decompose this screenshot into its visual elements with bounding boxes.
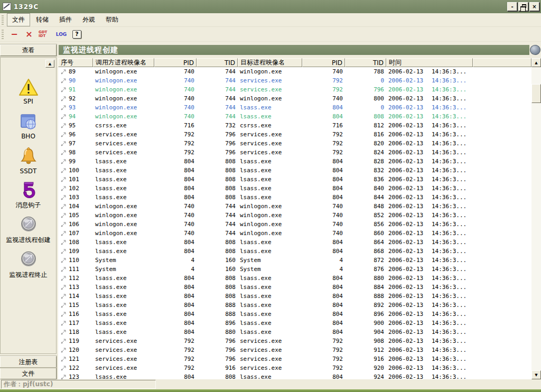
event-time: 14:36:3... bbox=[432, 338, 467, 344]
caller-pid: 804 bbox=[154, 302, 197, 309]
scroll-up-button[interactable]: ▲ bbox=[531, 58, 541, 67]
minimize-button[interactable]: - bbox=[507, 2, 517, 11]
caller-tid: 888 bbox=[197, 311, 238, 318]
table-row[interactable]: 100 lsass.exe 804 808 lsass.exe 804 832 … bbox=[58, 166, 531, 175]
gdt-idt-tool-icon[interactable]: GDT IDT bbox=[39, 31, 50, 38]
table-row[interactable]: 99 lsass.exe 804 808 lsass.exe 804 828 2… bbox=[58, 157, 531, 166]
caller-pid: 740 bbox=[154, 86, 197, 93]
toolbar-grip[interactable] bbox=[2, 30, 4, 39]
caller-tid: 808 bbox=[197, 248, 238, 255]
table-row[interactable]: 89 winlogon.exe 740 744 winlogon.exe 740… bbox=[58, 67, 531, 76]
menubar-grip[interactable] bbox=[2, 15, 4, 25]
table-row[interactable]: 119 services.exe 792 796 services.exe 79… bbox=[58, 337, 531, 346]
target-tid: 864 bbox=[345, 239, 386, 246]
scrollbar-thumb[interactable] bbox=[531, 84, 541, 103]
event-date: 2006-02-13 bbox=[388, 122, 432, 129]
help-tool-icon[interactable]: ? bbox=[72, 30, 81, 39]
caller-tid: 796 bbox=[197, 356, 238, 362]
target-process-name: winlogon.exe bbox=[238, 230, 302, 237]
caller-tid: 796 bbox=[197, 149, 238, 156]
table-row[interactable]: 115 lsass.exe 804 888 lsass.exe 804 892 … bbox=[58, 301, 531, 310]
table-row[interactable]: 109 lsass.exe 804 808 lsass.exe 804 868 … bbox=[58, 247, 531, 256]
sidebar-item-monitor-process-terminate[interactable]: 监视进程终止 bbox=[1, 246, 56, 279]
sidebar-file-button[interactable]: 文件 bbox=[0, 368, 57, 379]
menu-dump[interactable]: 转储 bbox=[31, 14, 53, 26]
sidebar-item-ssdt[interactable]: SSDT bbox=[1, 141, 56, 175]
menu-plugins[interactable]: 插件 bbox=[54, 14, 77, 26]
sidebar-item-spi[interactable]: SPI bbox=[1, 71, 56, 105]
table-row[interactable]: 117 lsass.exe 804 896 lsass.exe 804 900 … bbox=[58, 319, 531, 328]
target-process-name: lsass.exe bbox=[238, 320, 302, 326]
table-row[interactable]: 121 services.exe 792 796 services.exe 79… bbox=[58, 354, 531, 363]
column-header-tid2[interactable]: TID bbox=[345, 58, 386, 67]
column-header-pid2[interactable]: PID bbox=[302, 58, 345, 67]
column-header-target[interactable]: 目标进程映像名 bbox=[238, 58, 302, 67]
caller-tid: 732 bbox=[197, 122, 238, 129]
column-header-index[interactable]: 序号 bbox=[58, 58, 93, 67]
restore-button[interactable] bbox=[518, 2, 528, 11]
target-pid: 740 bbox=[302, 212, 345, 219]
scroll-down-button[interactable]: ▼ bbox=[531, 370, 541, 379]
table-row[interactable]: 112 lsass.exe 804 808 lsass.exe 804 880 … bbox=[58, 274, 531, 283]
table-row[interactable]: 118 lsass.exe 804 880 lsass.exe 804 904 … bbox=[58, 328, 531, 337]
table-row[interactable]: 97 services.exe 792 796 services.exe 792… bbox=[58, 139, 531, 148]
table-row[interactable]: 113 lsass.exe 804 808 lsass.exe 804 884 … bbox=[58, 283, 531, 292]
table-row[interactable]: 114 lsass.exe 804 808 lsass.exe 804 888 … bbox=[58, 292, 531, 301]
delete-tool-icon[interactable]: × bbox=[24, 29, 34, 39]
remove-tool-icon[interactable]: − bbox=[9, 29, 20, 39]
event-date: 2006-02-13 bbox=[388, 212, 432, 219]
event-date: 2006-02-13 bbox=[388, 140, 432, 147]
table-row[interactable]: 94 winlogon.exe 740 744 lsass.exe 804 80… bbox=[58, 112, 531, 121]
caller-process-name: lsass.exe bbox=[93, 176, 154, 183]
caller-process-name: lsass.exe bbox=[93, 320, 154, 326]
table-row[interactable]: 104 winlogon.exe 740 744 winlogon.exe 74… bbox=[58, 202, 531, 211]
menu-appearance[interactable]: 外观 bbox=[78, 14, 100, 26]
table-row[interactable]: 103 lsass.exe 804 808 lsass.exe 804 844 … bbox=[58, 193, 531, 202]
close-button[interactable]: × bbox=[529, 2, 539, 11]
log-tool-icon[interactable]: LOG bbox=[54, 32, 68, 37]
table-row[interactable]: 96 services.exe 792 796 services.exe 792… bbox=[58, 130, 531, 139]
table-row[interactable]: 101 lsass.exe 804 808 lsass.exe 804 836 … bbox=[58, 175, 531, 184]
target-tid: 908 bbox=[345, 338, 386, 344]
table-row[interactable]: 98 services.exe 792 796 services.exe 792… bbox=[58, 148, 531, 157]
target-pid: 740 bbox=[302, 95, 345, 102]
row-index: 90 bbox=[69, 77, 76, 84]
sidebar-registry-button[interactable]: 注册表 bbox=[0, 356, 57, 368]
column-header-caller[interactable]: 调用方进程映像名 bbox=[93, 58, 154, 67]
table-row[interactable]: 110 System 4 160 System 4 872 2006-02-13… bbox=[58, 256, 531, 265]
target-tid: 896 bbox=[345, 311, 386, 318]
table-row[interactable]: 116 lsass.exe 804 888 lsass.exe 804 896 … bbox=[58, 310, 531, 319]
table-row[interactable]: 122 services.exe 792 916 services.exe 79… bbox=[58, 363, 531, 372]
event-time: 14:36:3... bbox=[432, 140, 467, 147]
menu-file[interactable]: 文件 bbox=[7, 13, 30, 26]
column-header-time[interactable]: 时间 bbox=[386, 58, 473, 67]
caller-tid: 808 bbox=[197, 239, 238, 246]
table-row[interactable]: 108 lsass.exe 804 808 lsass.exe 804 864 … bbox=[58, 238, 531, 247]
table-row[interactable]: 111 System 4 160 System 4 876 2006-02-13… bbox=[58, 265, 531, 274]
row-index: 118 bbox=[69, 329, 79, 335]
table-row[interactable]: 92 winlogon.exe 740 744 winlogon.exe 740… bbox=[58, 94, 531, 103]
table-row[interactable]: 95 csrss.exe 716 732 csrss.exe 716 812 2… bbox=[58, 121, 531, 130]
table-row[interactable]: 106 winlogon.exe 740 744 winlogon.exe 74… bbox=[58, 220, 531, 229]
row-index: 96 bbox=[69, 131, 76, 138]
sidebar-item-monitor-thread-create[interactable]: 监视进线程创建 bbox=[1, 211, 56, 245]
column-header-pid1[interactable]: PID bbox=[154, 58, 197, 67]
caller-tid: 744 bbox=[197, 203, 238, 210]
table-row[interactable]: 90 winlogon.exe 740 744 services.exe 792… bbox=[58, 76, 531, 85]
column-header-tid1[interactable]: TID bbox=[197, 58, 238, 67]
sidebar-view-button[interactable]: 查看 bbox=[0, 44, 57, 56]
sidebar-scroll-up-button[interactable]: ▲ bbox=[45, 60, 54, 68]
sidebar-item-bho[interactable]: BHO bbox=[1, 106, 56, 140]
caller-process-name: System bbox=[93, 257, 154, 264]
menu-help[interactable]: 帮助 bbox=[101, 14, 123, 26]
sidebar-item-message-hook[interactable]: 消息钩子 bbox=[1, 176, 56, 210]
table-row[interactable]: 102 lsass.exe 804 808 lsass.exe 804 840 … bbox=[58, 184, 531, 193]
table-row[interactable]: 93 winlogon.exe 740 744 lsass.exe 804 0 … bbox=[58, 103, 531, 112]
vertical-scrollbar[interactable]: ▲ ▼ bbox=[531, 58, 541, 379]
globe-icon[interactable] bbox=[530, 45, 540, 55]
table-row[interactable]: 120 services.exe 792 796 services.exe 79… bbox=[58, 346, 531, 354]
table-row[interactable]: 107 winlogon.exe 740 744 winlogon.exe 74… bbox=[58, 229, 531, 238]
table-row[interactable]: 105 winlogon.exe 740 744 winlogon.exe 74… bbox=[58, 211, 531, 220]
thread-event-icon bbox=[60, 122, 67, 129]
table-row[interactable]: 91 winlogon.exe 740 744 services.exe 792… bbox=[58, 85, 531, 94]
